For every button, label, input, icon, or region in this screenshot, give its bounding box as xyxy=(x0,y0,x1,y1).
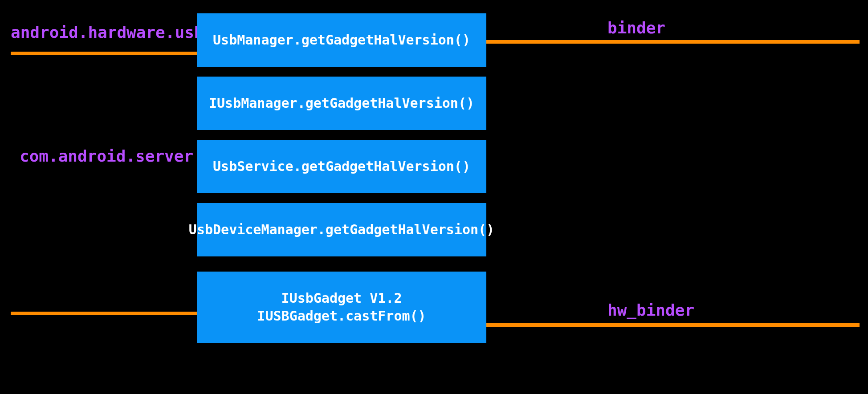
rule-top-right xyxy=(485,40,860,44)
box-usbdevicemanager: UsbDeviceManager.getGadgetHalVersion() xyxy=(197,203,486,256)
rule-bottom-right xyxy=(485,323,860,327)
label-binder: binder xyxy=(606,18,667,38)
box-usbservice: UsbService.getGadgetHalVersion() xyxy=(197,140,486,193)
rule-bottom-left xyxy=(11,312,198,315)
box-iusbgadget: IUsbGadget V1.2 IUSBGadget.castFrom() xyxy=(197,272,486,343)
box-iusbmanager: IUsbManager.getGadgetHalVersion() xyxy=(197,77,486,130)
label-hw-binder: hw_binder xyxy=(606,300,696,320)
label-android-hardware-usb: android.hardware.usb xyxy=(9,22,205,42)
box-usbmanager: UsbManager.getGadgetHalVersion() xyxy=(197,13,486,67)
rule-top-left xyxy=(11,52,198,55)
